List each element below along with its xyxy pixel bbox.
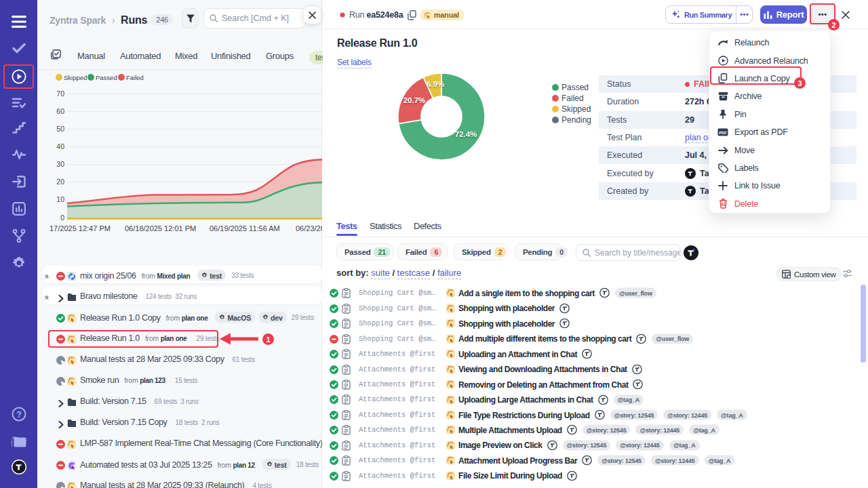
svg-text:72.4%: 72.4% bbox=[455, 130, 477, 138]
svg-text:Failed: Failed bbox=[126, 74, 144, 81]
svg-text:70: 70 bbox=[56, 89, 64, 98]
svg-text:06/23/202: 06/23/202 bbox=[296, 224, 322, 232]
svg-text:17/2025 12:47 PM: 17/2025 12:47 PM bbox=[50, 224, 111, 232]
svg-text:06/18/2025 12:01 PM: 06/18/2025 12:01 PM bbox=[125, 224, 196, 232]
svg-text:10: 10 bbox=[56, 195, 64, 203]
svg-text:40: 40 bbox=[56, 142, 64, 150]
svg-text:60: 60 bbox=[56, 107, 64, 115]
svg-text:PDF: PDF bbox=[719, 131, 727, 135]
svg-text:?: ? bbox=[16, 410, 22, 420]
svg-text:Skipped: Skipped bbox=[64, 74, 87, 81]
svg-text:0: 0 bbox=[60, 214, 64, 222]
svg-text:30: 30 bbox=[56, 160, 64, 168]
svg-text:50: 50 bbox=[56, 125, 64, 133]
svg-text:06/19/2025 11:56 AM: 06/19/2025 11:56 AM bbox=[210, 224, 280, 232]
svg-text:Passed: Passed bbox=[96, 74, 117, 81]
svg-text:6.9%: 6.9% bbox=[427, 80, 444, 88]
svg-text:20.7%: 20.7% bbox=[403, 96, 426, 104]
svg-text:20: 20 bbox=[56, 178, 64, 186]
